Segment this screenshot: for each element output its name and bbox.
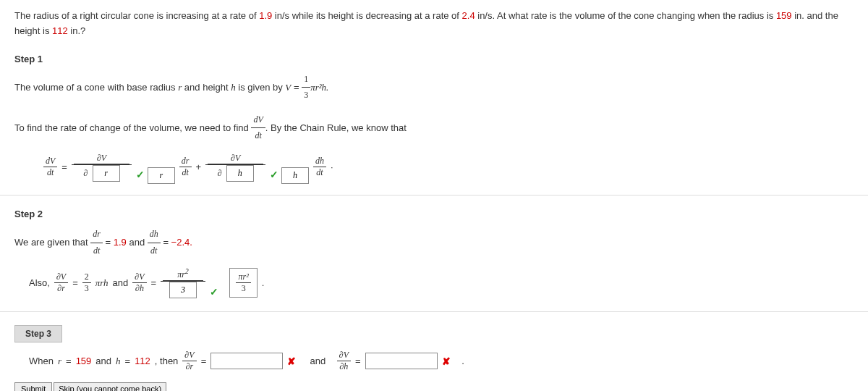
d: ∂h (337, 361, 351, 372)
pi-r2-h: πr²h. (310, 81, 328, 92)
val-drdt: 1.9 (114, 237, 127, 248)
overline: πr2 (163, 267, 203, 281)
input-dvdh-value[interactable] (365, 353, 438, 369)
cross-icon: ✘ (287, 356, 296, 367)
step2-given: We are given that drdt = 1.9 and dhdt = … (14, 227, 854, 258)
eq: = (72, 277, 78, 288)
rate-radius: 1.9 (259, 10, 272, 21)
divider (0, 311, 868, 312)
problem-statement: The radius of a right circular cone is i… (14, 9, 854, 39)
input-denom-3[interactable] (169, 282, 197, 298)
h: h (116, 356, 121, 367)
step1-line1: The volume of a cone with base radius r … (14, 72, 854, 104)
pi-r: πr (177, 269, 185, 279)
submit-button[interactable]: Submit (14, 382, 52, 391)
r: r (58, 356, 61, 367)
eq: = (103, 237, 114, 248)
text: in/s. At what rate is the volume of the … (475, 10, 776, 21)
check-icon: ✓ (136, 169, 145, 180)
input-dvdr-value[interactable] (210, 353, 283, 369)
step3-tab: Step 3 (14, 325, 62, 342)
frac-dvdt: dVdt (251, 112, 265, 144)
and: and (95, 356, 111, 366)
n: dh (313, 156, 326, 167)
text: in.? (68, 25, 86, 36)
n: dr (90, 227, 103, 243)
frac-dvdh: ∂V∂h (337, 350, 351, 372)
sup2: 2 (185, 267, 189, 275)
h-val: 112 (135, 356, 150, 366)
frac-dvdt: dVdt (43, 156, 57, 178)
radius-value: 159 (776, 10, 792, 21)
frac-dvdr: ∂V∂r (54, 272, 68, 294)
input-denominator-r[interactable] (93, 165, 120, 182)
eq: = (355, 356, 361, 366)
n: ∂V (182, 350, 196, 361)
button-row: SubmitSkip (you cannot come back) (14, 382, 854, 391)
frac-dhdt: dhdt (313, 156, 326, 178)
text: is given by (236, 81, 286, 92)
numerator: dV (251, 112, 265, 129)
frac-dhdt: dhdt (148, 227, 161, 258)
divider (0, 195, 868, 196)
n: dh (148, 227, 161, 243)
frac-pir2-3-input: πr2 (161, 267, 205, 298)
frac-pir2-3: πr²3 (236, 272, 250, 294)
frac-partial-v-h: ∂V ∂ (205, 153, 265, 182)
equals: = (61, 161, 67, 172)
d: dt (148, 243, 161, 259)
n: 2 (82, 272, 91, 283)
text: . By the Chain Rule, we know that (265, 122, 407, 133)
step1-chain-rule-eq: dVdt = ∂V ∂ ✓ drdt + ∂V ∂ ✓ dhdt · (43, 153, 854, 182)
frac-drdt: drdt (90, 227, 103, 258)
r-val: 159 (76, 356, 92, 366)
boxed-answer: πr²3 (229, 268, 257, 298)
frac-dvdr: ∂V∂r (182, 350, 196, 372)
eq: = (151, 277, 157, 288)
text: To find the rate of change of the volume… (14, 122, 251, 133)
frac-dvdh: ∂V∂h (132, 272, 146, 294)
dot: · (331, 161, 333, 172)
eq: = (66, 356, 72, 366)
eq: = (161, 237, 171, 248)
partial-V: ∂V (208, 153, 263, 164)
input-denominator-h[interactable] (226, 165, 254, 182)
text: The radius of a right circular cone is i… (14, 10, 259, 21)
dot: . (262, 277, 265, 288)
then: , then (155, 356, 179, 366)
d: ∂r (182, 361, 196, 372)
numerator: 1 (302, 72, 310, 88)
eq: = (201, 356, 207, 366)
val-dhdt: −2.4. (171, 237, 192, 248)
overline: ∂V (208, 153, 263, 164)
d: dt (313, 167, 326, 178)
denominator: 3 (302, 88, 310, 104)
input-final-r[interactable] (148, 167, 175, 184)
text: and height (182, 81, 231, 92)
n: πr² (236, 272, 250, 283)
and: and (113, 277, 129, 288)
d: 3 (236, 283, 250, 294)
also: Also, (29, 277, 50, 288)
rate-height: 2.4 (462, 10, 475, 21)
step3-eq: When r = 159 and h = 112, then ∂V∂r = ✘ … (29, 350, 854, 372)
skip-button[interactable]: Skip (you cannot come back) (54, 382, 166, 391)
text: The volume of a cone with base radius (14, 81, 178, 92)
n: ∂V (337, 350, 351, 361)
d: dt (90, 243, 103, 259)
when: When (29, 356, 54, 366)
step2-also: Also, ∂V∂r = 23πrh and ∂V∂h = πr2 ✓ πr²3… (29, 267, 854, 298)
partial: ∂ (84, 168, 88, 178)
text: We are given that (14, 237, 90, 248)
dot: . (461, 356, 464, 366)
step1-label: Step 1 (14, 54, 854, 64)
n: ∂V (54, 272, 68, 283)
input-final-h[interactable] (281, 167, 309, 184)
equals: = (291, 81, 302, 92)
d: ∂r (54, 283, 68, 294)
d: dt (179, 167, 192, 178)
check-icon: ✓ (210, 286, 218, 298)
eq: = (125, 356, 131, 366)
frac-one-third: 13 (302, 72, 310, 104)
plus: + (196, 161, 202, 172)
